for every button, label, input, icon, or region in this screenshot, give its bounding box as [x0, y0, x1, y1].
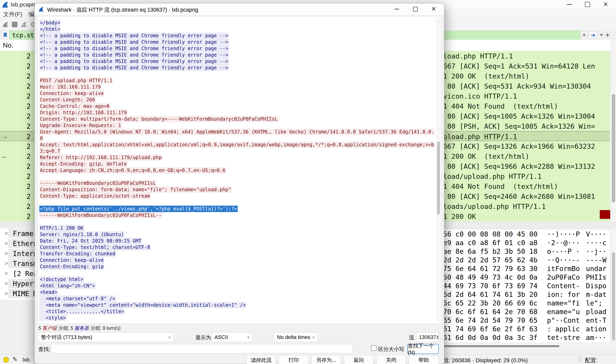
bytes-hscrollbar[interactable]: [442, 344, 610, 349]
stream-number-stepper[interactable]: 130637 ▲▼: [416, 332, 438, 342]
column-header-no[interactable]: No.: [3, 41, 13, 49]
ascii-group-1: itFormBo: [547, 265, 581, 273]
filter-apply-icon[interactable]: ➜: [589, 31, 598, 39]
start-capture-icon[interactable]: [2, 21, 9, 28]
stream-line-server: <!-- a padding to disable MSIE and Chrom…: [39, 65, 435, 71]
packet-list-scrollbar-thumb[interactable]: [612, 94, 615, 202]
stream-line-client: POST /upload.php HTTP/1.1: [39, 77, 435, 84]
expander-chevron-icon[interactable]: >: [4, 260, 8, 267]
ascii-group-1: ion: for: [547, 290, 581, 299]
hex-bytes: 61 74 69 6f 6e 2f 6f 63: [443, 325, 539, 333]
stream-line-server: <!-- a padding to disable MSIE and Chrom…: [39, 58, 435, 65]
expander-chevron-icon[interactable]: >: [4, 290, 8, 297]
hex-row[interactable]: 61 6d 0d 0a 0d 0a 3c 3ftet-stream···: [442, 333, 610, 342]
filter-dropdown-icon[interactable]: ▾: [599, 31, 604, 39]
bytes-scrollbar[interactable]: [611, 228, 616, 349]
hex-row[interactable]: 65 6e 74 2d 54 79 70 65p"··Content-T: [442, 316, 610, 325]
case-sensitive-checkbox[interactable]: [371, 345, 376, 351]
expert-info-icon[interactable]: [3, 357, 9, 363]
hex-row[interactable]: 75 6e 64 61 72 79 63 30itFormBoundar: [442, 264, 610, 273]
stream-scrollbar-thumb[interactable]: [437, 142, 440, 215]
dialog-maximize-button[interactable]: [409, 4, 421, 14]
packet-info: 80 [ACK] Seq=2460 Ack=2680 Win=13081: [443, 192, 609, 200]
packet-info: 1 200 OK (text/html): [443, 152, 609, 160]
stream-line-client: 3;q=0.7: [39, 148, 435, 154]
main-minimize-button[interactable]: [560, 0, 579, 9]
filter-bookmark-icon[interactable]: [1, 31, 9, 39]
find-label: 查找:: [38, 346, 50, 353]
packet-info: 667 [ACK] Seq=1326 Ack=1966 Win=63232: [443, 142, 609, 150]
stream-line-server: Connection: keep-alive: [39, 257, 435, 263]
menu-file[interactable]: 文件(F): [3, 10, 22, 18]
hex-row[interactable]: 6c 65 22 3b 20 66 69 6cname="file";: [442, 299, 610, 307]
close-button[interactable]: 关闭: [376, 355, 406, 364]
ascii-group-2: m-dat: [586, 290, 610, 299]
bytes-scrollbar-thumb[interactable]: [612, 252, 615, 340]
stream-line-client: ------WebKitFormBoundaryc02uP0FaCoPHIIsL…: [39, 212, 435, 219]
hex-row[interactable]: e9 aa c0 a8 6f 01 c0 a8·2··@·······c: [442, 238, 610, 247]
expander-chevron-icon[interactable]: >: [4, 270, 8, 277]
ascii-group-2: ation: [586, 325, 610, 333]
hex-row[interactable]: ae 8e 6a f5 b2 3b 50 18o·-··P ···j··: [442, 247, 610, 256]
main-maximize-button[interactable]: [578, 0, 597, 9]
back-button[interactable]: 返回: [344, 355, 373, 364]
packet-bytes-pane: 56 c0 00 08 08 00 45 00··)····PV····e9 a…: [442, 230, 610, 342]
stream-line-client: Content-Disposition: form-data; name="fi…: [39, 186, 435, 193]
hex-row[interactable]: 50 48 49 49 73 4c 0d 0a2uP0FaCoPHIIs: [442, 273, 610, 281]
filter-clear-icon[interactable]: ✕: [580, 31, 588, 39]
hex-row[interactable]: 44 69 73 70 6f 73 69 74Content-Dispo: [442, 281, 610, 290]
hex-row[interactable]: 56 c0 00 08 08 00 45 00··)····PV····: [442, 230, 610, 238]
find-next-button[interactable]: 查找下一个(N): [407, 344, 439, 354]
detail-row-label: Hypert: [13, 280, 38, 288]
dialog-minimize-button[interactable]: [390, 4, 403, 14]
stream-line-server: <!-- a padding to disable MSIE and Chrom…: [39, 32, 435, 39]
packet-list-scrollbar[interactable]: [611, 40, 616, 221]
stop-capture-icon[interactable]: [11, 21, 18, 28]
scrollbar-map-marker: [600, 210, 610, 219]
expander-chevron-icon[interactable]: >: [4, 240, 8, 247]
capture-comment-icon[interactable]: ✎: [13, 356, 17, 363]
stream-line-server: <!-- a padding to disable MSIE and Chrom…: [39, 45, 435, 52]
stream-line-blank: [39, 270, 435, 276]
stream-content[interactable]: </body></html><!-- a padding to disable …: [38, 16, 442, 324]
hex-row[interactable]: 70 6c 6f 61 64 2e 70 68ename="upload: [442, 307, 610, 316]
stream-line-client: ------WebKitFormBoundaryc02uP0FaCoPHIIsL: [39, 180, 435, 186]
stream-line-server: <meta charset="utf-8" />: [39, 296, 435, 302]
stream-scrollbar[interactable]: [436, 18, 441, 322]
detail-row-label: MIME M: [13, 290, 38, 298]
find-input[interactable]: [51, 344, 353, 353]
ascii-group-2: am···: [586, 334, 610, 341]
hex-row[interactable]: 61 74 69 6f 6e 2f 6f 63: application: [442, 325, 610, 333]
bytes-hscrollbar-thumb[interactable]: [443, 345, 560, 347]
expander-chevron-icon[interactable]: >: [4, 250, 8, 257]
conversation-select[interactable]: 整个对话 (7713 bytes) ∨: [38, 332, 174, 342]
stream-line-client: Accept-Encoding: gzip, deflate: [39, 161, 435, 167]
main-close-button[interactable]: ✕: [596, 0, 615, 9]
hex-row[interactable]: 2d 2d 2d 2d 57 65 62 4b··Q···------W: [442, 256, 610, 264]
expander-chevron-icon[interactable]: >: [4, 280, 8, 287]
stream-line-server: <!-- a padding to disable MSIE and Chrom…: [39, 52, 435, 58]
help-button[interactable]: 帮助: [409, 355, 438, 364]
chevron-down-icon: ∨: [312, 335, 315, 339]
conversation-select-value: 整个对话 (7713 bytes): [41, 334, 168, 341]
save-as-button[interactable]: 另存为...: [311, 355, 341, 364]
stream-line-server: Transfer-Encoding: chunked: [39, 250, 435, 257]
show-as-select[interactable]: ASCII ∨: [211, 332, 252, 342]
restart-capture-icon[interactable]: ↻: [20, 21, 28, 28]
ascii-group-2: le";: [586, 299, 610, 307]
print-button[interactable]: 打印: [279, 355, 308, 364]
packet-info: 80 [ACK] Seq=1005 Ack=1326 Win=13004: [443, 112, 609, 120]
packet-number: 2: [27, 122, 35, 130]
expander-chevron-icon[interactable]: >: [4, 230, 8, 237]
filter-add-icon[interactable]: +: [604, 31, 611, 39]
hex-row[interactable]: 6d 2d 64 61 74 61 3b 20ion: form-dat: [442, 290, 610, 299]
delta-times-value: No delta times: [277, 334, 312, 340]
filter-out-stream-button[interactable]: 滤掉此流: [246, 355, 276, 364]
dialog-close-button[interactable]: ✕: [428, 4, 440, 14]
delta-times-select[interactable]: No delta times ∨: [274, 332, 318, 342]
stepper-arrows-icon[interactable]: ▲▼: [436, 335, 439, 339]
stream-line-client: Host: 192.168.111.179: [39, 84, 435, 90]
status-profile[interactable]: 配置: Default: [585, 357, 616, 364]
ascii-group-1: name="fi: [547, 299, 581, 307]
stream-line-client: Accept: text/html,application/xhtml+xml,…: [39, 142, 435, 148]
